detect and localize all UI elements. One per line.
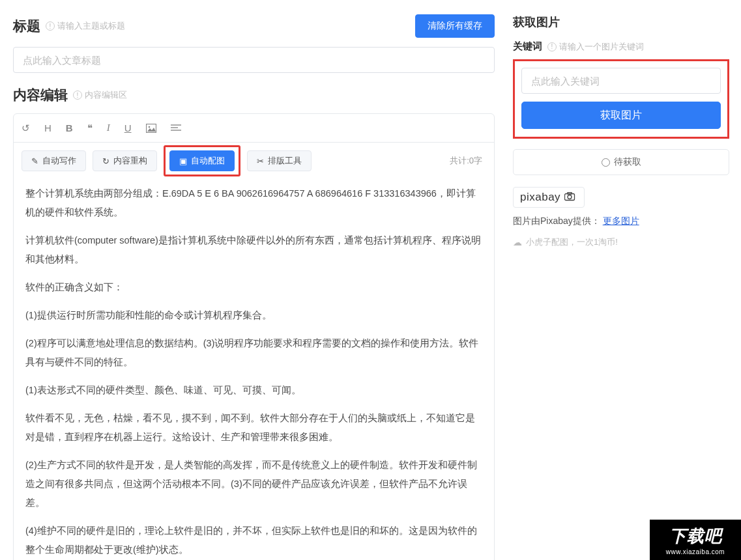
paragraph: (2)生产方式不同的软件是开发，是人类智能的高发挥，而不是传统意义上的硬件制造。… (25, 456, 482, 512)
clear-cache-button[interactable]: 清除所有缓存 (415, 14, 495, 38)
pixabay-badge: pixabay (513, 187, 585, 208)
pending-box: 待获取 (513, 149, 729, 175)
get-image-button[interactable]: 获取图片 (521, 102, 721, 129)
article-title-input[interactable] (13, 47, 495, 73)
keyword-header: 关键词 ! 请输入一个图片关键词 (513, 40, 729, 53)
cloud-icon: ☁ (513, 237, 522, 247)
paragraph: 软件看不见，无色，枯燥，看不见，摸不到，闻不到。软件大部分存在于人们的头脑或纸上… (25, 409, 482, 447)
paragraph: 整个计算机系统由两部分组成：E.69DA 5 E 6 BA 9062616964… (25, 184, 482, 222)
content-hint: ! 内容编辑区 (73, 89, 127, 101)
circle-icon (602, 158, 610, 167)
keyword-label: 关键词 (513, 40, 542, 53)
picture-icon: ▣ (179, 156, 187, 166)
paragraph: (4)维护不同的硬件是旧的，理论上软件是旧的，并不坏，但实际上软件也是旧的和坏的… (25, 522, 482, 559)
pencil-icon: ✎ (31, 156, 38, 166)
svg-rect-7 (568, 192, 572, 194)
editor-box: ↺ H B ❝ I U ✎ 自动写作 ↻ 内容重构 ▣ (13, 113, 495, 560)
info-icon: ! (46, 21, 55, 31)
title-hint: ! 请输入主题或标题 (46, 20, 125, 32)
heading-icon[interactable]: H (44, 122, 51, 133)
italic-icon[interactable]: I (107, 122, 110, 133)
credit-row: 图片由Pixabay提供： 更多图片 (513, 216, 729, 227)
keyword-highlight: 获取图片 (513, 59, 729, 139)
restructure-button[interactable]: ↻ 内容重构 (93, 150, 157, 171)
title-header: 标题 ! 请输入主题或标题 清除所有缓存 (13, 14, 495, 38)
content-area[interactable]: 整个计算机系统由两部分组成：E.69DA 5 E 6 BA 9062616964… (14, 179, 494, 560)
underline-icon[interactable]: U (124, 122, 132, 133)
paragraph: 计算机软件(computer software)是指计算机系统中除硬件以外的所有… (25, 231, 482, 269)
svg-point-6 (568, 195, 572, 199)
image-icon[interactable] (146, 124, 156, 133)
refresh-icon: ↻ (102, 156, 109, 166)
get-image-title: 获取图片 (513, 14, 729, 30)
auto-write-button[interactable]: ✎ 自动写作 (22, 150, 86, 171)
tool-icon: ✂ (257, 156, 264, 166)
paragraph: 软件的正确含义如下： (25, 278, 482, 297)
word-count: 共计:0字 (450, 155, 482, 167)
keyword-hint: ! 请输入一个图片关键词 (547, 41, 644, 53)
action-toolbar: ✎ 自动写作 ↻ 内容重构 ▣ 自动配图 ✂ 排版工具 共计:0字 (14, 143, 494, 179)
watermark: 下载吧 www.xiazaiba.com (650, 520, 741, 560)
paragraph: (2)程序可以满意地处理信息的数据结构。(3)说明程序功能要求和程序需要的文档的… (25, 334, 482, 372)
format-toolbar: ↺ H B ❝ I U (14, 114, 494, 143)
keyword-input[interactable] (521, 68, 721, 94)
format-tool-button[interactable]: ✂ 排版工具 (247, 150, 312, 171)
svg-point-1 (148, 126, 150, 128)
quote-icon[interactable]: ❝ (87, 122, 93, 134)
more-images-link[interactable]: 更多图片 (603, 216, 639, 226)
camera-icon (564, 192, 577, 203)
title-label: 标题 (13, 17, 40, 35)
undo-icon[interactable]: ↺ (22, 122, 30, 134)
auto-image-button[interactable]: ▣ 自动配图 (169, 150, 235, 171)
info-icon: ! (73, 91, 82, 100)
auto-image-highlight: ▣ 自动配图 (164, 145, 240, 176)
tip-row: ☁ 小虎子配图，一次1淘币! (513, 236, 729, 248)
bold-icon[interactable]: B (66, 122, 73, 133)
content-header: 内容编辑 ! 内容编辑区 (13, 86, 495, 104)
paragraph: (1)提供运行时所需功能和性能的命令或计算机程序集合。 (25, 306, 482, 325)
paragraph: (1)表达形式不同的硬件类型、颜色、味道、可见、可摸、可闻。 (25, 381, 482, 400)
align-icon[interactable] (171, 124, 181, 132)
content-label: 内容编辑 (13, 86, 68, 104)
info-icon: ! (547, 42, 557, 51)
